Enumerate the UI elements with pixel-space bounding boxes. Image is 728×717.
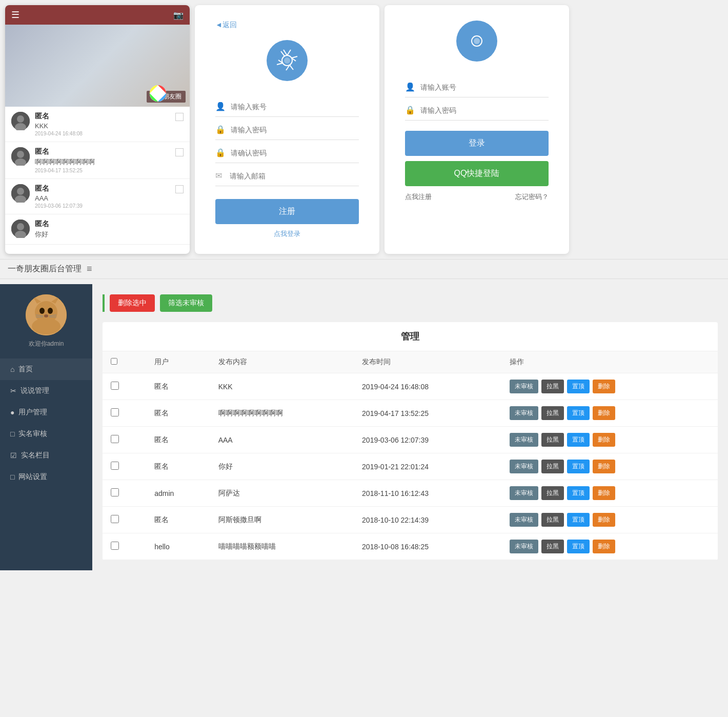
action-buttons: 未审核 拉黑 置顶 删除 (510, 513, 710, 527)
top-button[interactable]: 置顶 (567, 513, 590, 527)
delete-button[interactable]: 删除 (593, 486, 615, 500)
post-checkbox-3[interactable] (175, 185, 184, 193)
scissors-icon: ✂ (10, 387, 16, 395)
svg-point-25 (284, 57, 290, 64)
back-button[interactable]: ◄返回 (215, 21, 359, 30)
account-input[interactable] (231, 103, 359, 111)
qq-login-button[interactable]: QQ快捷登陆 (405, 161, 549, 186)
post-checkbox-2[interactable] (175, 148, 184, 156)
admin-table-container: 管理 用户 发布内容 发布时间 操作 匿名 KKK 2019-04-24 16:… (103, 322, 718, 560)
blacklist-button[interactable]: 拉黑 (541, 380, 564, 393)
sidebar-item-columns-label: 实名栏目 (21, 451, 50, 460)
sidebar-item-home[interactable]: ⌂ 首页 (0, 358, 92, 380)
admin-nav: ⌂ 首页 ✂ 说说管理 ● 用户管理 □ 实名审核 ☑ 实名栏目 □ 网站设置 (0, 358, 92, 488)
delete-button[interactable]: 删除 (593, 513, 615, 527)
login-logo-circle (456, 21, 497, 62)
post-body-3: 匿名 AAA 2019-03-06 12:07:39 (35, 184, 170, 209)
user-mgmt-icon: ● (10, 408, 14, 416)
top-button[interactable]: 置顶 (567, 380, 590, 393)
post-avatar-1 (11, 112, 30, 130)
confirm-password-input[interactable] (231, 149, 359, 157)
home-icon: ⌂ (10, 365, 14, 373)
row-checkbox[interactable] (111, 382, 119, 390)
row-checkbox[interactable] (111, 515, 119, 523)
delete-selected-button[interactable]: 删除选中 (110, 294, 155, 312)
delete-button[interactable]: 删除 (593, 460, 615, 473)
sidebar-item-verify[interactable]: □ 实名审核 (0, 423, 92, 445)
row-user: 匿名 (146, 400, 210, 427)
forget-password-link[interactable]: 忘记密码？ (515, 192, 549, 202)
lock-confirm-icon: 🔒 (215, 148, 226, 157)
post-name-4: 匿名 (35, 220, 184, 229)
row-actions: 未审核 拉黑 置顶 删除 (501, 400, 718, 427)
email-input-group: ✉ (215, 166, 359, 186)
blacklist-button[interactable]: 拉黑 (541, 513, 564, 527)
sidebar-item-columns[interactable]: ☑ 实名栏目 (0, 445, 92, 466)
register-button[interactable]: 注册 (215, 199, 359, 224)
row-checkbox-cell (103, 480, 146, 507)
sidebar-item-settings[interactable]: □ 网站设置 (0, 466, 92, 488)
login-password-input[interactable] (420, 106, 549, 114)
top-button[interactable]: 置顶 (567, 486, 590, 500)
post-time-2: 2019-04-17 13:52:25 (35, 168, 170, 173)
delete-button[interactable]: 删除 (593, 540, 615, 553)
sidebar-item-posts[interactable]: ✂ 说说管理 (0, 380, 92, 402)
camera-icon: 📷 (173, 10, 184, 20)
blacklist-button[interactable]: 拉黑 (541, 406, 564, 420)
top-button[interactable]: 置顶 (567, 433, 590, 447)
col-action: 操作 (501, 351, 718, 373)
col-content: 发布内容 (210, 351, 354, 373)
row-actions: 未审核 拉黑 置顶 删除 (501, 453, 718, 480)
delete-button[interactable]: 删除 (593, 380, 615, 393)
admin-sidebar: 欢迎你admin ⌂ 首页 ✂ 说说管理 ● 用户管理 □ 实名审核 ☑ 实名栏… (0, 284, 92, 570)
svg-point-28 (474, 38, 480, 44)
mobile-post-3: 匿名 AAA 2019-03-06 12:07:39 (5, 179, 190, 214)
select-all-checkbox[interactable] (111, 358, 117, 365)
top-button[interactable]: 置顶 (567, 540, 590, 553)
admin-panel: 欢迎你admin ⌂ 首页 ✂ 说说管理 ● 用户管理 □ 实名审核 ☑ 实名栏… (0, 284, 728, 570)
login-form: 👤 🔒 登录 QQ快捷登陆 点我注册 忘记密码？ (385, 5, 569, 254)
login-account-input[interactable] (420, 83, 549, 91)
section-title-text: 一奇朋友圈后台管理 (8, 264, 82, 274)
delete-button[interactable]: 删除 (593, 406, 615, 420)
delete-button[interactable]: 删除 (593, 433, 615, 447)
row-checkbox[interactable] (111, 408, 119, 416)
unreviewed-button[interactable]: 未审核 (510, 540, 538, 553)
sidebar-item-users[interactable]: ● 用户管理 (0, 402, 92, 423)
login-button[interactable]: 登录 (405, 131, 549, 156)
row-actions: 未审核 拉黑 置顶 删除 (501, 373, 718, 400)
password-input-group: 🔒 (215, 120, 359, 140)
mobile-post-4: 匿名 你好 (5, 214, 190, 245)
post-checkbox-1[interactable] (175, 113, 184, 121)
unreviewed-button[interactable]: 未审核 (510, 486, 538, 500)
filter-unreviewed-button[interactable]: 筛选未审核 (160, 294, 212, 312)
unreviewed-button[interactable]: 未审核 (510, 433, 538, 447)
email-input[interactable] (230, 172, 359, 180)
blacklist-button[interactable]: 拉黑 (541, 433, 564, 447)
row-checkbox[interactable] (111, 462, 119, 470)
blacklist-button[interactable]: 拉黑 (541, 486, 564, 500)
row-checkbox-cell (103, 507, 146, 533)
logo-circle (267, 40, 308, 81)
unreviewed-button[interactable]: 未审核 (510, 460, 538, 473)
mobile-hero-image: 校园朋友圈 (5, 25, 190, 107)
unreviewed-button[interactable]: 未审核 (510, 513, 538, 527)
mobile-post-1: 匿名 KKK 2019-04-24 16:48:08 (5, 107, 190, 142)
row-time: 2018-11-10 16:12:43 (354, 480, 501, 507)
admin-avatar (26, 294, 67, 335)
row-checkbox[interactable] (111, 435, 119, 443)
row-content: 你好 (210, 453, 354, 480)
top-button[interactable]: 置顶 (567, 460, 590, 473)
blacklist-button[interactable]: 拉黑 (541, 460, 564, 473)
top-button[interactable]: 置顶 (567, 406, 590, 420)
hamburger-icon: ☰ (11, 9, 19, 21)
sidebar-item-settings-label: 网站设置 (18, 472, 47, 482)
register-link[interactable]: 点我注册 (405, 192, 432, 202)
login-link[interactable]: 点我登录 (215, 229, 359, 238)
row-checkbox[interactable] (111, 542, 119, 550)
row-checkbox[interactable] (111, 488, 119, 496)
password-input[interactable] (231, 126, 359, 134)
blacklist-button[interactable]: 拉黑 (541, 540, 564, 553)
unreviewed-button[interactable]: 未审核 (510, 380, 538, 393)
unreviewed-button[interactable]: 未审核 (510, 406, 538, 420)
